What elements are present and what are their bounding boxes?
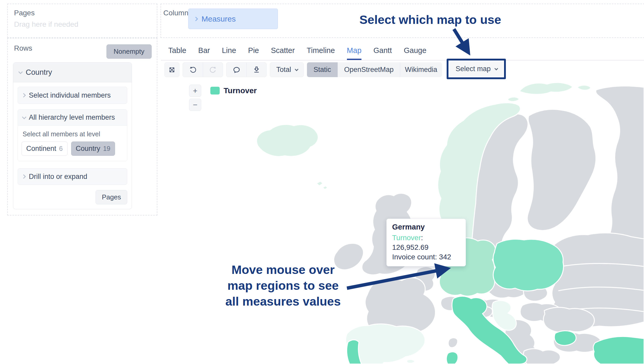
- move-to-pages-button[interactable]: Pages: [96, 190, 127, 204]
- map-region-poland[interactable]: [493, 239, 564, 291]
- select-all-at-level-hint: Select all members at level: [23, 130, 123, 138]
- map-mode-segmented: Static OpenStreetMap Wikimedia: [307, 62, 442, 77]
- chevron-down-icon: [494, 66, 498, 70]
- total-dropdown-label: Total: [276, 66, 291, 74]
- all-hierarchy-header[interactable]: All hierarchy level members: [18, 110, 127, 126]
- annotation-hover-line1: Move mouse over: [208, 262, 358, 278]
- tooltip-turnover-value: 126,952.69: [392, 243, 428, 251]
- redo-button[interactable]: [203, 63, 223, 77]
- map-region-svalbard[interactable]: [519, 83, 573, 95]
- expand-button[interactable]: [164, 62, 179, 77]
- tab-pie[interactable]: Pie: [248, 42, 259, 60]
- total-dropdown[interactable]: Total: [270, 62, 304, 77]
- tab-map[interactable]: Map: [347, 42, 361, 60]
- map-region-turkey-thrace[interactable]: [554, 331, 576, 345]
- level-chips: Continent 6 Country 19: [22, 141, 123, 156]
- comment-button[interactable]: [226, 63, 246, 77]
- country-field-label: Country: [26, 68, 52, 77]
- chevron-right-icon: [194, 17, 198, 21]
- tab-timeline[interactable]: Timeline: [307, 42, 335, 60]
- tooltip-country-name: Germany: [392, 223, 460, 231]
- chevron-right-icon: [22, 93, 26, 98]
- map-region-corsica[interactable]: [448, 338, 458, 348]
- undo-button[interactable]: [183, 63, 203, 77]
- select-individual-members-row[interactable]: Select individual members: [18, 87, 127, 104]
- drill-into-label: Drill into or expand: [29, 173, 87, 181]
- map-region-turkey[interactable]: [593, 336, 644, 364]
- chart-type-tabs: Table Bar Line Pie Scatter Timeline Map …: [161, 42, 644, 60]
- pages-panel-label: Pages: [14, 9, 157, 17]
- tooltip-turnover-label: Turnover: [392, 234, 421, 242]
- map-region-svalbard-islet-2[interactable]: [508, 97, 519, 102]
- country-field-body: Select individual members All hierarchy …: [13, 82, 132, 204]
- tooltip-turnover-row: Turnover: 126,952.69: [392, 233, 460, 252]
- tab-gantt[interactable]: Gantt: [373, 42, 392, 60]
- chevron-down-icon: [18, 70, 23, 74]
- tooltip-invoice-label: Invoice count: [392, 253, 435, 261]
- legend-swatch: [210, 87, 220, 95]
- chevron-right-icon: [22, 174, 26, 179]
- map-legend: Turnover: [210, 86, 257, 95]
- map-zoom-out-button[interactable]: −: [189, 99, 201, 111]
- map-mode-openstreetmap[interactable]: OpenStreetMap: [338, 62, 400, 77]
- map-mode-wikimedia[interactable]: Wikimedia: [400, 62, 442, 77]
- map-region-svalbard-islet[interactable]: [577, 85, 591, 90]
- level-chip-continent-count: 6: [59, 145, 63, 152]
- tab-line[interactable]: Line: [222, 42, 236, 60]
- map-region-romania[interactable]: [544, 307, 594, 332]
- comment-icon: [232, 66, 241, 74]
- redo-icon: [209, 66, 217, 74]
- annotation-hover-line2: map regions to see: [208, 278, 358, 293]
- europe-choropleth-map: [161, 73, 644, 364]
- select-individual-members-label: Select individual members: [29, 91, 111, 99]
- all-hierarchy-group: All hierarchy level members Select all m…: [18, 109, 127, 161]
- undo-icon: [189, 66, 197, 74]
- tab-scatter[interactable]: Scatter: [271, 42, 295, 60]
- map-region-finland[interactable]: [527, 109, 596, 231]
- tab-gauge[interactable]: Gauge: [404, 42, 426, 60]
- all-hierarchy-label: All hierarchy level members: [29, 113, 115, 122]
- nonempty-button[interactable]: Nonempty: [106, 44, 152, 59]
- legend-label: Turnover: [224, 86, 257, 95]
- map-zoom-in-button[interactable]: +: [189, 85, 201, 97]
- tooltip-invoice-value: 342: [439, 253, 451, 261]
- download-icon: [252, 66, 261, 74]
- rows-drop-panel: Rows Nonempty Country Select individual …: [7, 38, 157, 215]
- pages-drop-panel[interactable]: Pages Drag here if needed: [7, 4, 157, 38]
- pages-placeholder: Drag here if needed: [14, 20, 157, 29]
- level-chip-country-count: 19: [103, 145, 110, 152]
- map-tooltip: Germany Turnover: 126,952.69 Invoice cou…: [386, 219, 466, 266]
- annotation-hover-instructions: Move mouse over map regions to see all m…: [208, 262, 358, 309]
- all-hierarchy-body: Select all members at level Continent 6 …: [18, 126, 127, 161]
- level-chip-continent[interactable]: Continent 6: [22, 141, 68, 156]
- expand-icon: [168, 66, 176, 74]
- undo-redo-group: [183, 62, 223, 77]
- rows-panel-label: Rows: [14, 44, 32, 52]
- map-region-greece[interactable]: [523, 349, 560, 364]
- level-chip-country[interactable]: Country 19: [71, 141, 115, 156]
- level-chip-continent-label: Continent: [26, 145, 56, 153]
- measures-field-label: Measures: [202, 15, 236, 23]
- map-region-faroe[interactable]: [316, 181, 323, 186]
- map-region-iceland[interactable]: [257, 124, 318, 157]
- map-mode-static[interactable]: Static: [307, 62, 338, 77]
- tab-bar[interactable]: Bar: [198, 42, 210, 60]
- measures-field-chip[interactable]: Measures: [188, 9, 278, 29]
- annotation-hover-line3: all measures values: [208, 293, 358, 309]
- drill-into-row[interactable]: Drill into or expand: [18, 168, 127, 185]
- level-chip-country-label: Country: [76, 145, 100, 153]
- map-region-balearic-islands[interactable]: [407, 360, 415, 363]
- country-field-header[interactable]: Country: [13, 63, 132, 82]
- annotation-select-map: Select which map to use: [359, 12, 501, 27]
- map-region-croatia[interactable]: [492, 301, 516, 331]
- map-region-sardinia[interactable]: [446, 352, 458, 364]
- map-region-faroe-2[interactable]: [323, 186, 328, 190]
- tooltip-invoice-row: Invoice count: 342: [392, 252, 460, 262]
- map-toolbar: Total Static OpenStreetMap Wikimedia Sel…: [164, 62, 506, 79]
- select-map-highlight-box: Select map: [447, 59, 506, 79]
- country-field-card: Country Select individual members All hi…: [13, 62, 132, 209]
- tab-table[interactable]: Table: [168, 42, 186, 60]
- export-button[interactable]: [246, 63, 266, 77]
- select-map-dropdown[interactable]: Select map: [450, 62, 503, 76]
- comment-export-group: [226, 62, 267, 77]
